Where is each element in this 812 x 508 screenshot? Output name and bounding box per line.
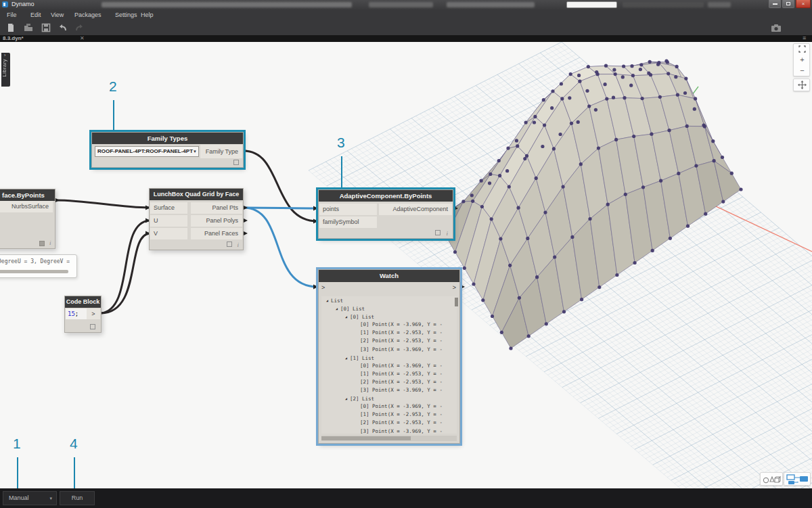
- port-out-family-type[interactable]: Family Type: [200, 145, 242, 158]
- watch-list-row[interactable]: [2] Point(X = -2.953, Y = -: [321, 337, 457, 345]
- preview-checkbox[interactable]: [233, 160, 239, 165]
- zoom-out-button[interactable]: −: [794, 66, 811, 76]
- node-title[interactable]: Family Types: [92, 133, 243, 144]
- menu-help[interactable]: Help: [141, 9, 154, 20]
- watch-list-row[interactable]: [0] Point(X = -3.969, Y = -: [321, 362, 457, 370]
- restore-button[interactable]: [782, 0, 794, 8]
- node-title[interactable]: Watch: [319, 270, 459, 282]
- node-canvas[interactable]: › Library face.ByPoints NurbsSurface i D…: [0, 42, 812, 488]
- fit-view-icon: [798, 45, 806, 53]
- save-icon[interactable]: [41, 23, 51, 32]
- undo-icon[interactable]: [58, 23, 68, 32]
- zoom-fit-button[interactable]: [794, 44, 811, 55]
- search-input[interactable]: [566, 1, 617, 8]
- port-out-panel-faces[interactable]: Panel Faces: [191, 228, 242, 239]
- menu-settings[interactable]: Settings: [115, 9, 137, 20]
- run-mode-select[interactable]: Manual ▾: [3, 491, 57, 505]
- watch-list-row[interactable]: [2] Point(X = -2.953, Y = -: [321, 378, 457, 386]
- dynamo-window: Dynamo × File Edit View Packages Setting…: [0, 0, 812, 508]
- code-block-input[interactable]: 15;: [66, 308, 87, 319]
- preview-checkbox[interactable]: [90, 324, 95, 329]
- watch-list-row[interactable]: ◢[1] List: [321, 354, 457, 362]
- zoom-in-button[interactable]: +: [794, 55, 811, 66]
- watch-list-row[interactable]: ◢[0] List: [321, 304, 457, 313]
- geometry-icon: [761, 473, 782, 485]
- title-bar: Dynamo ×: [0, 0, 812, 9]
- watch-list-row[interactable]: [3] Point(X = -3.969, Y = -: [321, 386, 457, 394]
- node-watch[interactable]: Watch > > ◢List◢[0] List◢[0] List[0] Poi…: [318, 269, 460, 444]
- watch-list-row[interactable]: [1] Point(X = -2.953, Y = -: [321, 370, 457, 378]
- expander-icon[interactable]: ◢: [345, 315, 347, 319]
- watch-list[interactable]: ◢List◢[0] List◢[0] List[0] Point(X = -3.…: [321, 296, 457, 434]
- port-in-surface[interactable]: Surface: [150, 202, 187, 214]
- watch-horizontal-scrollbar[interactable]: [321, 436, 457, 441]
- expander-icon[interactable]: ◢: [345, 396, 347, 400]
- port-out-panel-pts[interactable]: Panel Pts: [191, 202, 242, 214]
- watch-list-row[interactable]: ◢[2] List: [321, 394, 457, 402]
- tab-close-icon[interactable]: ✕: [80, 35, 85, 42]
- node-code-block[interactable]: Code Block 15; >: [64, 296, 102, 333]
- menu-packages[interactable]: Packages: [74, 9, 102, 20]
- family-type-dropdown[interactable]: ROOF-PANEL-4PT:ROOF-PANEL-4PT ▼: [95, 146, 199, 157]
- pan-icon: [798, 80, 807, 89]
- pan-button[interactable]: [794, 79, 811, 90]
- watch-list-row[interactable]: ◢List: [321, 296, 457, 304]
- library-panel-tab[interactable]: › Library: [1, 53, 10, 87]
- wire[interactable]: [101, 221, 150, 313]
- wire[interactable]: [55, 200, 150, 208]
- port-out-panel-polys[interactable]: Panel Polys: [191, 215, 242, 227]
- port-out-code[interactable]: >: [87, 308, 100, 319]
- watch-list-row[interactable]: [0] Point(X = -3.969, Y = -: [321, 321, 457, 329]
- node-lunchbox-quad-grid[interactable]: LunchBox Quad Grid by Face Surface U V P…: [149, 188, 244, 250]
- node-title[interactable]: LunchBox Quad Grid by Face: [150, 189, 243, 200]
- chevron-right-icon: ›: [4, 53, 5, 57]
- redacted-icons: [623, 2, 704, 7]
- watch-list-row[interactable]: [3] Point(X = -3.969, Y = -: [321, 346, 457, 354]
- port-out-nurbssurface[interactable]: NurbsSurface: [0, 201, 53, 212]
- close-button[interactable]: ×: [796, 0, 811, 8]
- info-icon: i: [446, 230, 448, 237]
- geometry-view-toggle[interactable]: [760, 472, 783, 486]
- new-file-icon[interactable]: [6, 23, 16, 32]
- watch-list-row[interactable]: [1] Point(X = -2.953, Y = -: [321, 411, 457, 419]
- node-adaptivecomponent-bypoints[interactable]: AdaptiveComponent.ByPoints points family…: [318, 189, 453, 239]
- node-title[interactable]: AdaptiveComponent.ByPoints: [319, 190, 453, 202]
- watch-list-row[interactable]: [0] Point(X = -3.969, Y = -: [321, 402, 457, 411]
- preview-checkbox[interactable]: [39, 241, 45, 246]
- port-out-watch[interactable]: >: [453, 282, 456, 294]
- port-in-u[interactable]: U: [150, 215, 187, 227]
- export-image-icon[interactable]: [771, 23, 782, 32]
- wire[interactable]: [244, 208, 317, 208]
- expander-icon[interactable]: ◢: [326, 298, 328, 302]
- port-in-familysymbol[interactable]: familySymbol: [319, 216, 377, 228]
- watch-list-row[interactable]: [3] Point(X = -3.969, Y = -: [321, 428, 457, 434]
- redo-icon[interactable]: [74, 23, 84, 32]
- node-title[interactable]: face.ByPoints: [0, 189, 55, 201]
- run-button[interactable]: Run: [60, 491, 95, 505]
- node-title[interactable]: Code Block: [65, 296, 101, 308]
- menu-view[interactable]: View: [51, 9, 64, 20]
- menu-edit[interactable]: Edit: [30, 9, 41, 20]
- expander-icon[interactable]: ◢: [345, 356, 347, 360]
- port-in-watch[interactable]: >: [321, 282, 325, 294]
- preview-checkbox[interactable]: [435, 230, 441, 235]
- menu-file[interactable]: File: [7, 9, 17, 20]
- open-file-icon[interactable]: [24, 23, 33, 32]
- port-in-v[interactable]: V: [150, 228, 187, 239]
- minimize-button[interactable]: [769, 0, 781, 8]
- preview-checkbox[interactable]: [227, 241, 232, 247]
- tab-menu-icon[interactable]: ≡: [803, 34, 806, 42]
- node-nurbssurface-bypoints[interactable]: face.ByPoints NurbsSurface i: [0, 189, 55, 249]
- watch-list-row[interactable]: ◢[0] List: [321, 313, 457, 321]
- watch-vertical-scrollbar[interactable]: [455, 298, 458, 306]
- preview-scrollbar[interactable]: [0, 270, 68, 273]
- graph-view-toggle[interactable]: [784, 472, 811, 486]
- port-in-points[interactable]: points: [319, 204, 377, 215]
- annotation-4-line: [74, 457, 75, 488]
- watch-list-row[interactable]: [2] Point(X = -2.953, Y = -: [321, 419, 457, 427]
- port-out-adaptivecomponent[interactable]: AdaptiveComponent: [379, 204, 452, 215]
- tab-workspace[interactable]: 8.3.dyn*: [3, 35, 24, 42]
- node-family-types[interactable]: Family Types ROOF-PANEL-4PT:ROOF-PANEL-4…: [91, 132, 244, 168]
- watch-list-row[interactable]: [1] Point(X = -2.953, Y = -: [321, 329, 457, 337]
- expander-icon[interactable]: ◢: [336, 306, 338, 310]
